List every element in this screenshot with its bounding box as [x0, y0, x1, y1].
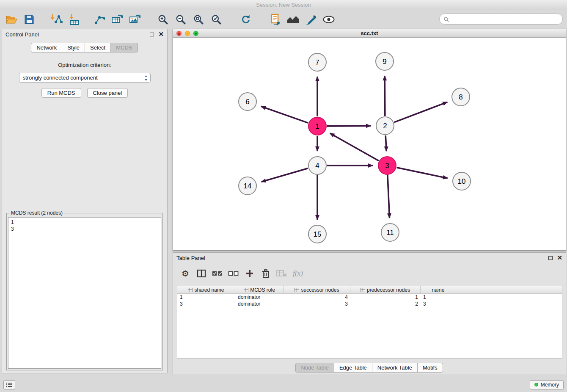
table-row[interactable]: 1 dominator 4 1 1 — [177, 294, 562, 301]
graph-node-10[interactable]: 10 — [453, 172, 471, 190]
graph-node-7[interactable]: 7 — [308, 53, 326, 71]
float-panel-icon[interactable] — [150, 33, 154, 36]
zoom-out-button[interactable] — [172, 12, 190, 27]
apply-style-button[interactable] — [302, 12, 320, 27]
close-panel-icon[interactable]: ✕ — [158, 32, 164, 37]
zoom-selected-button[interactable] — [207, 12, 225, 27]
column-attribute-icon — [244, 288, 248, 292]
graph-node-8[interactable]: 8 — [452, 88, 470, 106]
minimize-window-icon[interactable]: − — [185, 31, 190, 36]
close-table-panel-icon[interactable]: ✕ — [557, 255, 562, 260]
tab-node-table[interactable]: Node Table — [295, 363, 334, 373]
graph-node-9[interactable]: 9 — [376, 52, 394, 70]
task-history-button[interactable] — [3, 380, 15, 389]
graph-edge-2-9[interactable] — [385, 76, 385, 116]
delete-table-button — [274, 267, 290, 280]
cell-name: 3 — [421, 301, 456, 307]
column-header-name[interactable]: name — [421, 286, 456, 293]
list-icon — [6, 382, 13, 387]
graph-edge-2-3[interactable] — [385, 135, 386, 151]
session-group — [3, 12, 38, 27]
column-header-successor-nodes[interactable]: successor nodes — [284, 286, 350, 293]
create-column-button[interactable] — [242, 267, 258, 280]
fx-icon: f(x) — [293, 269, 303, 278]
control-panel: Control Panel ✕ Network Style Select MCD… — [2, 29, 168, 373]
network-window-titlebar[interactable]: ✕ − + scc.txt — [173, 29, 566, 38]
graph-node-11[interactable]: 11 — [381, 224, 399, 241]
float-table-panel-icon[interactable] — [548, 256, 553, 260]
tab-motifs[interactable]: Motifs — [417, 363, 443, 373]
tab-edge-table[interactable]: Edge Table — [334, 363, 372, 373]
import-network-button[interactable] — [47, 12, 65, 27]
export-image-button[interactable] — [126, 12, 144, 27]
save-session-button[interactable] — [20, 12, 38, 27]
export-group — [91, 12, 144, 27]
graph-edge-3-1[interactable] — [330, 133, 379, 161]
column-header-filler — [456, 286, 562, 293]
export-table-button[interactable] — [108, 12, 126, 27]
column-header-mcds-role[interactable]: MCDS role — [235, 286, 284, 293]
tab-style[interactable]: Style — [62, 43, 85, 52]
tab-network[interactable]: Network — [31, 43, 62, 52]
import-table-button[interactable] — [65, 12, 83, 27]
import-network-icon — [50, 14, 63, 25]
select-all-columns-button[interactable] — [209, 267, 226, 280]
column-header-shared-name[interactable]: shared name — [177, 286, 235, 293]
zoom-fit-button[interactable] — [190, 12, 207, 27]
refresh-button[interactable] — [237, 12, 255, 27]
optimization-criterion-select[interactable]: strongly connected component ▲▼ — [19, 73, 151, 83]
import-group — [47, 12, 83, 27]
graph-node-1[interactable]: 1 — [308, 117, 326, 135]
mcds-result-box: MCDS result (2 nodes) 1 3 — [6, 210, 163, 370]
tab-mcds[interactable]: MCDS — [110, 43, 138, 52]
maximize-window-icon[interactable]: + — [193, 31, 198, 36]
graph-edge-4-14[interactable] — [261, 168, 308, 182]
graph-edge-2-8[interactable] — [394, 102, 448, 122]
graph-edge-3-11[interactable] — [388, 175, 389, 218]
selected-option-label: strongly connected component — [23, 75, 98, 81]
run-mcds-button[interactable]: Run MCDS — [41, 88, 81, 98]
network-graph-svg[interactable]: 7968124314101511 — [173, 38, 566, 250]
delete-column-button[interactable] — [258, 267, 274, 280]
graph-edge-1-2[interactable] — [327, 126, 371, 126]
graph-edge-1-6[interactable] — [261, 106, 308, 123]
cell-predecessor-nodes: 2 — [350, 301, 421, 307]
graph-node-4[interactable]: 4 — [308, 157, 326, 174]
main-toolbar — [0, 10, 567, 29]
tab-select[interactable]: Select — [85, 43, 111, 52]
close-panel-button[interactable]: Close panel — [87, 88, 128, 98]
graph-node-2[interactable]: 2 — [376, 117, 394, 135]
show-graphics-button[interactable] — [320, 12, 338, 27]
node-table: shared name MCDS role successor nodes pr… — [177, 286, 562, 359]
table-settings-button[interactable]: ⚙ — [177, 267, 193, 280]
mcds-result-list[interactable]: 1 3 — [8, 217, 161, 369]
table-row[interactable]: 3 dominator 3 2 3 — [177, 301, 562, 307]
search-input[interactable] — [451, 16, 559, 22]
clone-document-icon — [270, 14, 281, 25]
clone-network-button[interactable] — [267, 12, 284, 27]
zoom-in-icon — [157, 14, 168, 25]
graph-edge-3-10[interactable] — [397, 168, 448, 178]
mcds-result-title: MCDS result (2 nodes) — [10, 210, 64, 216]
unselect-all-columns-button[interactable] — [226, 267, 242, 280]
home-button[interactable] — [284, 12, 302, 27]
search-box[interactable] — [439, 14, 563, 25]
export-table-icon — [111, 14, 123, 25]
memory-button[interactable]: Memory — [530, 380, 564, 389]
zoom-in-button[interactable] — [154, 12, 172, 27]
graph-node-14[interactable]: 14 — [239, 177, 256, 195]
tab-network-table[interactable]: Network Table — [372, 363, 418, 373]
import-table-icon — [68, 14, 80, 25]
graph-node-15[interactable]: 15 — [308, 225, 326, 243]
graph-node-3[interactable]: 3 — [378, 157, 396, 174]
graph-node-label: 14 — [244, 182, 252, 190]
column-label: name — [432, 287, 444, 293]
graph-node-6[interactable]: 6 — [239, 93, 256, 110]
graph-node-label: 3 — [385, 162, 389, 170]
open-file-button[interactable] — [3, 12, 20, 27]
show-columns-button[interactable] — [193, 267, 209, 280]
close-window-icon[interactable]: ✕ — [176, 31, 182, 36]
column-header-predecessor-nodes[interactable]: predecessor nodes — [350, 286, 421, 293]
select-stepper-icon: ▲▼ — [145, 74, 148, 82]
export-network-button[interactable] — [91, 12, 108, 27]
